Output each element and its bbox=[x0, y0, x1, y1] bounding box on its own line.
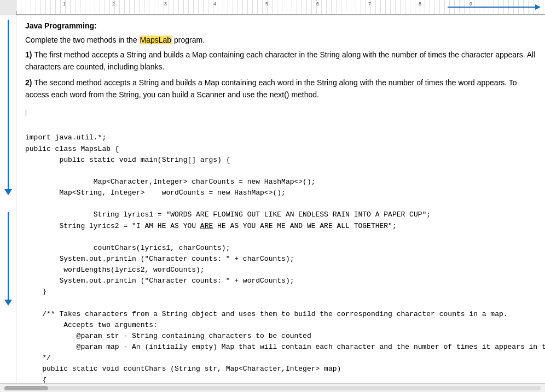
count-chars-javadoc: /** Takes characters from a String objec… bbox=[25, 310, 545, 362]
count-chars-sig: public static void countChars (String st… bbox=[25, 365, 341, 373]
page-container: // ticks drawn in CSS background 1 2 3 4… bbox=[0, 0, 545, 392]
item2: 2) The second method accepts a String an… bbox=[25, 77, 536, 101]
count-chars-open: { bbox=[25, 376, 47, 383]
import-line: import java.util.*; bbox=[25, 133, 106, 142]
intro-body: Complete the two methods in the MapsLab … bbox=[25, 34, 536, 46]
ruler-left-margin bbox=[0, 0, 16, 15]
scroll-thumb[interactable] bbox=[4, 386, 48, 390]
scroll-track[interactable] bbox=[4, 386, 541, 390]
content-area[interactable]: Java Programming: Complete the two metho… bbox=[16, 15, 545, 383]
item1-number: 1) bbox=[25, 50, 34, 59]
class-line: public class MapsLab { bbox=[25, 145, 119, 153]
item1: 1) The first method accepts a String and… bbox=[25, 49, 536, 73]
char-map-decl: Map<Character,Integer> charCounts = new … bbox=[25, 178, 316, 186]
code-block[interactable]: import java.util.*; public class MapsLab… bbox=[25, 121, 536, 383]
item1-text: The first method accepts a String and bu… bbox=[25, 50, 535, 71]
program-text: program. bbox=[174, 36, 205, 44]
main-area: Java Programming: Complete the two metho… bbox=[0, 15, 545, 383]
word-map-decl: Map<String, Integer> wordCounts = new Ha… bbox=[25, 189, 286, 197]
lyrics2-decl: String lyrics2 = "I AM HE AS YOU ARE HE … bbox=[25, 222, 397, 230]
highlight-mapslab: MapsLab bbox=[140, 36, 172, 44]
ruler: // ticks drawn in CSS background 1 2 3 4… bbox=[0, 0, 545, 15]
title-text: Java Programming: bbox=[25, 21, 97, 30]
println-word: System.out.println ("Character counts: "… bbox=[25, 277, 294, 285]
main-method: public static void main(String[] args) { bbox=[25, 156, 230, 164]
item2-text: The second method accepts a String and b… bbox=[25, 78, 517, 99]
main-close: } bbox=[25, 288, 47, 296]
bottom-scrollbar[interactable] bbox=[0, 383, 545, 392]
cursor-indicator bbox=[25, 107, 536, 117]
down-arrow-2 bbox=[4, 212, 12, 306]
down-arrow-1 bbox=[4, 20, 12, 195]
lyrics1-decl: String lyrics1 = "WORDS ARE FLOWING OUT … bbox=[25, 210, 431, 219]
left-arrows-panel bbox=[0, 15, 16, 383]
println-char: System.out.println ("Character counts: "… bbox=[25, 255, 294, 263]
count-chars-call: countChars(lyrics1, charCounts); bbox=[25, 244, 230, 252]
ruler-track: // ticks drawn in CSS background 1 2 3 4… bbox=[16, 0, 545, 15]
item2-number: 2) bbox=[25, 78, 34, 87]
word-lengths-call: wordLengths(lyrics2, wordCounts); bbox=[25, 266, 205, 274]
intro-title: Java Programming: bbox=[25, 20, 536, 32]
complete-text: Complete the two methods in the bbox=[25, 36, 137, 44]
